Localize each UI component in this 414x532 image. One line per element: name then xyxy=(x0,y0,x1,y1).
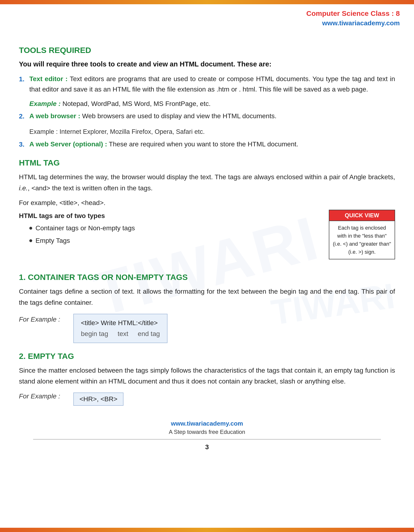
top-gradient-bar xyxy=(0,0,414,4)
list-item-2: 2. A web browser : Web browsers are used… xyxy=(19,111,395,122)
tools-intro: You will require three tools to create a… xyxy=(19,59,395,69)
main-content: TOOLS REQUIRED You will require three to… xyxy=(0,30,414,456)
tools-list-2: 2. A web browser : Web browsers are used… xyxy=(19,111,395,122)
page-footer: www.tiwariacademy.com A Step towards fre… xyxy=(19,420,395,456)
code-line-1: <title> Write HTML:</title> xyxy=(81,318,160,328)
quick-view-content: Each tag is enclosed with in the "less t… xyxy=(329,221,395,259)
container-example-label: For Example : xyxy=(19,314,66,323)
header-website: www.tiwariacademy.com xyxy=(306,19,400,28)
list-number-3: 3. xyxy=(19,139,29,150)
html-tag-para1: HTML tag determines the way, the browser… xyxy=(19,172,395,193)
empty-tag-heading: 2. EMPTY TAG xyxy=(19,352,395,361)
header-logo: Computer Science Class : 8 www.tiwariaca… xyxy=(306,9,400,28)
code-box-container: <title> Write HTML:</title> begin tag te… xyxy=(73,314,167,343)
bullet-item-2: Empty Tags xyxy=(29,236,319,246)
container-tags-example: For Example : <title> Write HTML:</title… xyxy=(19,314,395,343)
bullet-dot-1 xyxy=(29,227,32,230)
bullet-text-2: Empty Tags xyxy=(36,236,70,246)
ie-italic: i.e. xyxy=(19,184,28,192)
bullet-text-1: Container tags or Non-empty tags xyxy=(36,223,135,234)
list-item-1: 1. Text editor : Text editors are progra… xyxy=(19,74,395,95)
code-line-2: begin tag text end tag xyxy=(81,328,160,339)
list-label-2: A web browser : xyxy=(29,112,80,120)
list-label-1: Text editor : xyxy=(29,75,68,83)
list-content-1: Text editor : Text editors are programs … xyxy=(29,74,395,95)
quick-view-box: QUICK VIEW Each tag is enclosed with in … xyxy=(329,210,395,259)
class-title: Computer Science Class : 8 xyxy=(306,9,400,19)
empty-tag-para: Since the matter enclosed between the ta… xyxy=(19,365,395,387)
html-tag-para2: For example, <title>, <head>. xyxy=(19,198,395,208)
container-tags-para: Container tags define a section of text.… xyxy=(19,286,395,308)
list-label-3: A web Server (optional) : xyxy=(29,141,107,148)
footer-tagline: A Step towards free Education xyxy=(19,429,395,435)
code-box-empty: <HR>, <BR> xyxy=(73,392,124,406)
list-body-2: Web browsers are used to display and vie… xyxy=(80,112,277,120)
list-body-3: These are required when you want to stor… xyxy=(107,141,298,148)
list-content-2: A web browser : Web browsers are used to… xyxy=(29,111,395,122)
list-content-3: A web Server (optional) : These are requ… xyxy=(29,139,395,150)
page-header: Computer Science Class : 8 www.tiwariaca… xyxy=(0,4,414,30)
bottom-gradient-bar xyxy=(0,528,414,532)
example-1: Example : Notepad, WordPad, MS Word, MS … xyxy=(29,100,395,108)
sub-example-2: Example : Internet Explorer, Mozilla Fir… xyxy=(29,127,395,137)
code-text: text xyxy=(118,328,128,339)
html-tag-heading: HTML TAG xyxy=(19,158,395,167)
list-body-1: Text editors are programs that are used … xyxy=(29,75,395,93)
tools-list-3: 3. A web Server (optional) : These are r… xyxy=(19,139,395,150)
code-begin-tag: begin tag xyxy=(81,328,108,339)
container-tags-heading: 1. CONTAINER TAGS OR NON-EMPTY TAGS xyxy=(19,273,395,282)
list-number-2: 2. xyxy=(19,111,29,122)
code-end-tag: end tag xyxy=(138,328,160,339)
tools-required-heading: TOOLS REQUIRED xyxy=(19,46,395,55)
list-number-1: 1. xyxy=(19,74,29,85)
example-1-text: Notepad, WordPad, MS Word, MS FrontPage,… xyxy=(61,100,211,107)
quick-view-wrapper: QUICK VIEW Each tag is enclosed with in … xyxy=(329,210,395,259)
bullet-dot-2 xyxy=(29,239,32,242)
empty-example-label: For Example : xyxy=(19,392,66,400)
footer-line xyxy=(33,439,381,439)
html-tag-types-section: QUICK VIEW Each tag is enclosed with in … xyxy=(19,212,395,264)
empty-tag-example: For Example : <HR>, <BR> xyxy=(19,392,395,406)
quick-view-title: QUICK VIEW xyxy=(329,210,395,221)
footer-page-number: 3 xyxy=(19,443,395,451)
list-item-3: 3. A web Server (optional) : These are r… xyxy=(19,139,395,150)
tools-list: 1. Text editor : Text editors are progra… xyxy=(19,74,395,95)
bullet-item-1: Container tags or Non-empty tags xyxy=(29,223,319,234)
footer-website: www.tiwariacademy.com xyxy=(19,420,395,427)
